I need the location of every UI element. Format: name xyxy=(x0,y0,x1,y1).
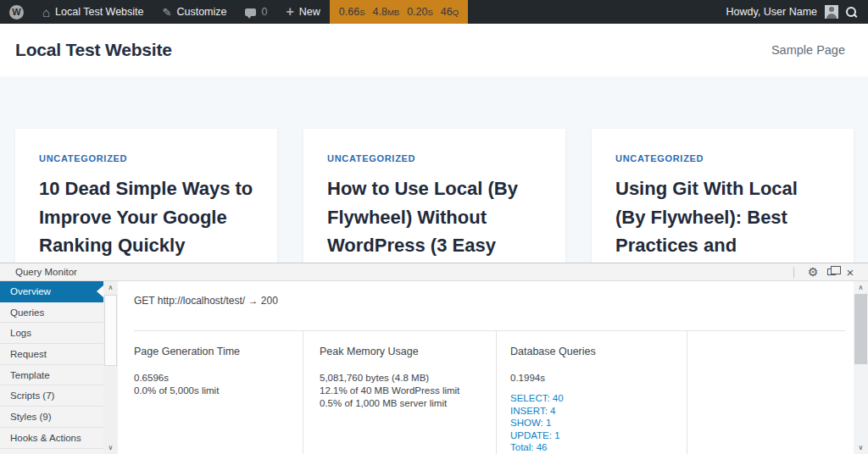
query-monitor-panel: Query Monitor ⚙ × Overview Queries Logs … xyxy=(0,263,868,454)
titlebar-separator xyxy=(793,267,794,278)
post-category-link[interactable]: UNCATEGORIZED xyxy=(39,153,253,163)
toggle-position-icon xyxy=(827,269,836,275)
qm-menu-template[interactable]: Template xyxy=(0,365,103,386)
adminbar-customize-label: Customize xyxy=(176,6,226,18)
qm-menu-overview[interactable]: Overview xyxy=(0,281,103,302)
qm-menu-styles[interactable]: Styles (9) xyxy=(0,407,103,428)
page-generation-value: 0.6596s xyxy=(134,372,294,385)
user-avatar[interactable] xyxy=(825,5,838,19)
adminbar-customize[interactable]: ✎ Customize xyxy=(153,0,236,24)
adminbar-query-monitor-stats[interactable]: 0.66S 4.8MB 0.20S 46Q xyxy=(330,0,468,24)
adminbar-spacer xyxy=(468,0,715,24)
qm-menu-scripts[interactable]: Scripts (7) xyxy=(0,385,103,407)
qm-content-scrollbar[interactable]: ∧ ∨ xyxy=(854,281,868,454)
scroll-down-icon[interactable]: ∨ xyxy=(103,441,118,454)
site-header: Local Test Website Sample Page xyxy=(0,24,868,76)
close-icon: × xyxy=(847,266,854,279)
plus-icon: + xyxy=(286,5,293,19)
adminbar-new[interactable]: + New xyxy=(276,0,329,24)
qm-stat-time: 0.66S xyxy=(339,6,365,18)
scroll-down-icon[interactable]: ∨ xyxy=(854,441,868,454)
wordpress-logo-icon: W xyxy=(9,5,24,19)
page-generation-limit: 0.0% of 5,000s limit xyxy=(134,385,294,397)
comments-bubble-icon xyxy=(245,8,256,16)
query-monitor-title: Query Monitor xyxy=(15,267,77,277)
qm-menu: Overview Queries Logs Request Template S… xyxy=(0,281,103,454)
section-heading: Database Queries xyxy=(510,346,678,357)
qm-section-db-queries: Database Queries 0.1994s SELECT: 40 INSE… xyxy=(497,331,687,454)
scroll-up-icon[interactable]: ∧ xyxy=(854,281,868,294)
memory-wp-limit: 12.1% of 40 MB WordPress limit xyxy=(320,385,487,397)
memory-value: 5,081,760 bytes (4.8 MB) xyxy=(320,372,487,385)
qm-settings-button[interactable]: ⚙ xyxy=(804,263,822,280)
adminbar-comments[interactable]: 0 xyxy=(236,0,276,24)
query-monitor-titlebar[interactable]: Query Monitor ⚙ × xyxy=(0,263,868,281)
section-heading: Page Generation Time xyxy=(134,346,294,357)
db-link-show[interactable]: SHOW: 1 xyxy=(510,417,678,429)
qm-overview-content: GET http://localhost/test/ → 200 Page Ge… xyxy=(118,281,854,454)
qm-request-line: GET http://localhost/test/ → 200 xyxy=(134,295,278,307)
qm-menu-hooks-actions[interactable]: Hooks & Actions xyxy=(0,428,103,449)
scroll-up-icon[interactable]: ∧ xyxy=(103,281,118,294)
qm-menu-logs[interactable]: Logs xyxy=(0,323,103,344)
qm-close-button[interactable]: × xyxy=(841,263,860,280)
post-category-link[interactable]: UNCATEGORIZED xyxy=(327,153,542,163)
home-icon: ⌂ xyxy=(42,6,50,19)
section-heading: Peak Memory Usage xyxy=(320,346,487,357)
qm-section-memory: Peak Memory Usage 5,081,760 bytes (4.8 M… xyxy=(303,331,497,454)
qm-menu-request[interactable]: Request xyxy=(0,344,103,365)
qm-menu-scrollbar[interactable]: ∧ ∨ xyxy=(103,281,118,454)
scrollbar-thumb[interactable] xyxy=(854,294,867,364)
search-icon[interactable] xyxy=(846,7,857,18)
comments-count: 0 xyxy=(261,6,267,18)
adminbar-howdy[interactable]: Howdy, User Name xyxy=(726,6,817,18)
qm-section-page-generation: Page Generation Time 0.6596s 0.0% of 5,0… xyxy=(118,331,303,454)
qm-stat-dbtime: 0.20S xyxy=(407,6,433,18)
db-time-value: 0.1994s xyxy=(510,372,678,385)
qm-toggle-position-button[interactable] xyxy=(822,263,841,280)
db-link-insert[interactable]: INSERT: 4 xyxy=(510,405,678,418)
adminbar-site-name[interactable]: ⌂ Local Test Website xyxy=(33,0,153,24)
qm-menu-queries[interactable]: Queries xyxy=(0,302,103,324)
customize-brush-icon: ✎ xyxy=(163,7,172,18)
wp-logo-menu[interactable]: W xyxy=(0,0,33,24)
adminbar-new-label: New xyxy=(299,6,320,18)
db-link-total[interactable]: Total: 46 xyxy=(510,441,678,454)
gear-icon: ⚙ xyxy=(808,266,819,278)
wp-admin-bar: W ⌂ Local Test Website ✎ Customize 0 + N… xyxy=(0,0,868,24)
qm-stat-queries: 46Q xyxy=(441,6,459,18)
post-category-link[interactable]: UNCATEGORIZED xyxy=(615,153,830,163)
scrollbar-thumb[interactable] xyxy=(104,295,117,366)
post-title-link[interactable]: 10 Dead Simple Ways to Improve Your Goog… xyxy=(39,174,253,260)
memory-server-limit: 0.5% of 1,000 MB server limit xyxy=(320,397,487,410)
db-link-select[interactable]: SELECT: 40 xyxy=(510,392,678,405)
db-link-update[interactable]: UPDATE: 1 xyxy=(510,429,678,442)
nav-link-sample-page[interactable]: Sample Page xyxy=(771,43,845,57)
site-title-link[interactable]: Local Test Website xyxy=(15,40,172,60)
qm-stat-memory: 4.8MB xyxy=(372,6,399,18)
adminbar-site-name-label: Local Test Website xyxy=(55,6,143,18)
